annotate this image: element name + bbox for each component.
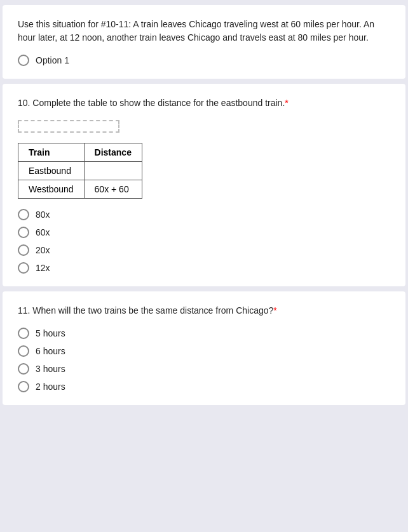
- option11c-item[interactable]: 3 hours: [18, 363, 390, 375]
- option1-radio[interactable]: [18, 55, 29, 66]
- option11d-label: 2 hours: [36, 382, 65, 392]
- option11c-radio[interactable]: [18, 363, 29, 375]
- option10a-item[interactable]: 80x: [18, 209, 390, 220]
- option10c-radio[interactable]: [18, 244, 29, 256]
- option1-item[interactable]: Option 1: [18, 55, 390, 66]
- option10b-radio[interactable]: [18, 227, 29, 238]
- table-row-westbound: Westbound 60x + 60: [18, 180, 142, 199]
- table-header-train: Train: [18, 143, 85, 162]
- option11b-radio[interactable]: [18, 345, 29, 357]
- cell-westbound-train: Westbound: [18, 180, 85, 199]
- option11d-radio[interactable]: [18, 381, 29, 392]
- option10c-item[interactable]: 20x: [18, 244, 390, 256]
- option11b-item[interactable]: 6 hours: [18, 345, 390, 357]
- cell-eastbound-distance: [84, 162, 142, 180]
- option11a-label: 5 hours: [36, 328, 65, 338]
- question10-options: 80x 60x 20x 12x: [18, 209, 390, 274]
- question10-text: 10. Complete the table to show the dista…: [18, 96, 390, 110]
- option10d-item[interactable]: 12x: [18, 262, 390, 274]
- cell-eastbound-train: Eastbound: [18, 162, 85, 180]
- table-row-eastbound: Eastbound: [18, 162, 142, 180]
- required-star-10: *: [285, 98, 288, 108]
- option1-label: Option 1: [36, 55, 69, 65]
- option10d-radio[interactable]: [18, 262, 29, 274]
- option10b-item[interactable]: 60x: [18, 227, 390, 238]
- required-star-11: *: [273, 305, 276, 316]
- situation-text: Use this situation for #10-11: A train l…: [18, 18, 390, 44]
- train-distance-table: Train Distance Eastbound Westbound 60x +…: [18, 143, 142, 199]
- option11b-label: 6 hours: [36, 346, 65, 356]
- cell-westbound-distance: 60x + 60: [84, 180, 142, 199]
- option10a-radio[interactable]: [18, 209, 29, 220]
- table-header-distance: Distance: [84, 143, 142, 162]
- option11c-label: 3 hours: [36, 364, 65, 374]
- image-placeholder: [18, 120, 119, 133]
- question11-text: 11. When will the two trains be the same…: [18, 304, 390, 317]
- situation-card: Use this situation for #10-11: A train l…: [3, 5, 405, 79]
- option10c-label: 20x: [36, 245, 50, 255]
- option11d-item[interactable]: 2 hours: [18, 381, 390, 392]
- option10a-label: 80x: [36, 209, 50, 220]
- option11a-radio[interactable]: [18, 328, 29, 339]
- option10d-label: 12x: [36, 263, 50, 273]
- question11-card: 11. When will the two trains be the same…: [3, 291, 405, 405]
- option10b-label: 60x: [36, 227, 50, 237]
- question11-options: 5 hours 6 hours 3 hours 2 hours: [18, 328, 390, 392]
- question10-card: 10. Complete the table to show the dista…: [3, 84, 405, 286]
- option11a-item[interactable]: 5 hours: [18, 328, 390, 339]
